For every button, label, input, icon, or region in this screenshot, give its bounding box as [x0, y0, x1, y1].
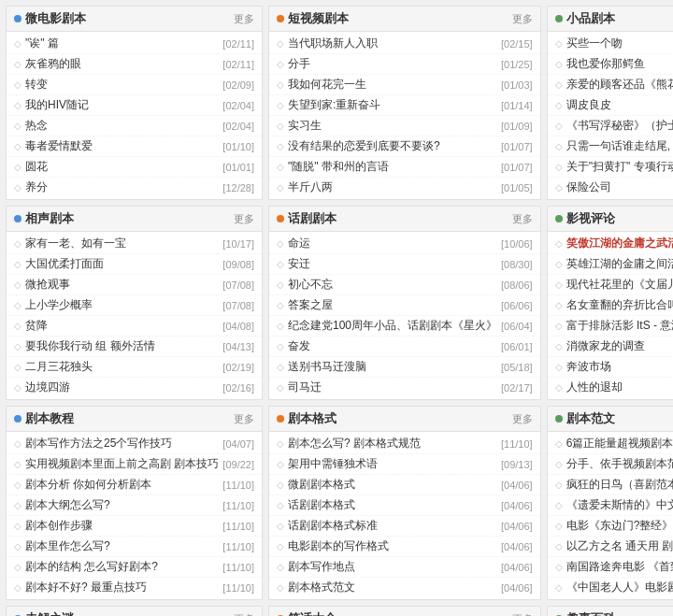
list-item[interactable]: ◇《书写浮秘密》（护士敬业军人小品）[12/16]: [548, 116, 673, 136]
item-link[interactable]: 纪念建党100周年小品、话剧剧本《星火》: [288, 319, 497, 332]
item-link[interactable]: 微剧剧本格式: [288, 478, 355, 491]
list-item[interactable]: ◇半斤八两[01/05]: [269, 178, 540, 197]
list-item[interactable]: ◇送别书马迁溲脑[05/18]: [269, 357, 540, 378]
more-link-comic-dialogue[interactable]: 更多: [234, 212, 254, 226]
item-link[interactable]: 灰雀鸦的眼: [25, 57, 81, 70]
list-item[interactable]: ◇保险公司[10/17]: [548, 178, 673, 197]
list-item[interactable]: ◇毒者爱情默爱[01/10]: [7, 136, 262, 157]
list-item[interactable]: ◇没有结果的恋爱到底要不要谈?[01/07]: [269, 136, 540, 157]
item-link[interactable]: 微抢观事: [25, 278, 70, 291]
list-item[interactable]: ◇我如何花完一生[01/03]: [269, 75, 540, 95]
item-link[interactable]: 命运: [288, 236, 310, 250]
list-item[interactable]: ◇买些一个吻[01/27]: [548, 34, 673, 54]
list-item[interactable]: ◇剧本分析 你如何分析剧本[11/10]: [7, 475, 262, 495]
item-link[interactable]: 保险公司: [566, 180, 611, 193]
item-link[interactable]: 人性的退却: [566, 380, 623, 394]
item-link[interactable]: 《中国老人人》电影剧本: [566, 580, 673, 594]
item-link[interactable]: 话剧剧本格式: [288, 498, 355, 511]
list-item[interactable]: ◇只需一句话谁走结尾, 不同去初演变版[11/01]: [548, 136, 673, 157]
list-item[interactable]: ◇剧本大纲怎么写?[11/10]: [7, 495, 262, 516]
item-link[interactable]: 富于排脉活影 ItS - 意淡脸效应: [566, 319, 673, 332]
item-link[interactable]: 我的HIV随记: [25, 98, 89, 111]
list-item[interactable]: ◇调皮良皮[12/16]: [548, 95, 673, 116]
list-item[interactable]: ◇剧本的结构 怎么写好剧本?[11/10]: [7, 557, 262, 578]
item-link[interactable]: 半斤八两: [288, 180, 333, 193]
item-link[interactable]: 名女童翻的弃折比合叫?: [566, 298, 673, 311]
item-link[interactable]: 剧本好不好? 最重点技巧: [25, 580, 147, 594]
list-item[interactable]: ◇家有一老、如有一宝[10/17]: [7, 234, 262, 254]
item-link[interactable]: 司马迁: [288, 380, 322, 394]
item-link[interactable]: 转变: [25, 78, 48, 91]
item-link[interactable]: 奋发: [288, 339, 310, 352]
item-link[interactable]: 失望到家:重新奋斗: [288, 98, 380, 111]
list-item[interactable]: ◇实用视频剧本里面上前之高剧 剧本技巧[09/22]: [7, 454, 262, 475]
item-link[interactable]: 亲爱的顾客还品《熊花嫂上门》: [566, 78, 673, 91]
item-link[interactable]: 英雄江湖的金庸之间活缘份与英雄: [566, 257, 673, 270]
item-link[interactable]: 剧本分析 你如何分析剧本: [25, 478, 151, 491]
item-link[interactable]: 二月三花独头: [25, 360, 93, 373]
item-link[interactable]: 贫降: [25, 319, 48, 332]
list-item[interactable]: ◇司马迁[02/17]: [269, 378, 540, 397]
list-item[interactable]: ◇人性的退却[09/30]: [548, 378, 673, 397]
item-link[interactable]: "随脱" 带和州的言语: [288, 160, 389, 173]
more-link-short-video[interactable]: 更多: [512, 12, 533, 26]
item-link[interactable]: 以乙方之名 通天用 剧本: [566, 539, 673, 552]
list-item[interactable]: ◇"随脱" 带和州的言语[01/07]: [269, 157, 540, 178]
item-link[interactable]: 《书写浮秘密》（护士敬业军人小品）: [566, 119, 673, 132]
list-item[interactable]: ◇剧本里作怎么写?[11/10]: [7, 537, 262, 557]
item-link[interactable]: 安迁: [288, 257, 310, 270]
list-item[interactable]: ◇我也爱你那鳄鱼[12/28]: [548, 54, 673, 75]
more-link-script-tutorial[interactable]: 更多: [234, 412, 254, 426]
item-link[interactable]: 南国路途奔电影 《首致之主》剧本: [566, 560, 673, 573]
item-link[interactable]: 调皮良皮: [566, 98, 611, 111]
item-link[interactable]: 家有一老、如有一宝: [25, 236, 126, 250]
list-item[interactable]: ◇分手、依手视频剧本范文10篇[09/22]: [548, 454, 673, 475]
item-link[interactable]: 当代职场新人入职: [288, 36, 378, 50]
list-item[interactable]: ◇剧本写作方法之25个写作技巧[04/07]: [7, 434, 262, 454]
item-link[interactable]: 上小学少概率: [25, 298, 93, 311]
item-link[interactable]: 毒者爱情默爱: [25, 139, 93, 152]
item-link[interactable]: 答案之屋: [288, 298, 333, 311]
more-link-jokes[interactable]: 更多: [512, 612, 533, 617]
list-item[interactable]: ◇电影《东边门?整经》剧本完整版[03/10]: [548, 516, 673, 537]
list-item[interactable]: ◇要我你我行动 组 额外活情[04/13]: [7, 337, 262, 357]
list-item[interactable]: ◇分手[01/25]: [269, 54, 540, 75]
list-item[interactable]: ◇答案之屋[06/06]: [269, 295, 540, 316]
item-link[interactable]: 现代社花里的《文届儿女》深浅层面的影空: [566, 278, 673, 291]
list-item[interactable]: ◇剧本创作步骤[11/10]: [7, 516, 262, 537]
list-item[interactable]: ◇笑傲江湖的金庸之武活缘份与追男[12/28]: [548, 234, 673, 254]
list-item[interactable]: ◇关于"扫黄打" 专项行动的小品[10/28]: [548, 157, 673, 178]
list-item[interactable]: ◇奔波市场[11/28]: [548, 357, 673, 378]
item-link[interactable]: 剧本的结构 怎么写好剧本?: [25, 560, 158, 573]
item-link[interactable]: 我如何花完一生: [288, 78, 366, 91]
list-item[interactable]: ◇圆花[01/01]: [7, 157, 262, 178]
list-item[interactable]: ◇热念[02/04]: [7, 116, 262, 136]
item-link[interactable]: 消微家龙的调查: [566, 339, 645, 352]
list-item[interactable]: ◇微抢观事[07/08]: [7, 275, 262, 295]
item-link[interactable]: 边境四游: [25, 380, 70, 394]
list-item[interactable]: ◇话剧剧本格式标准[04/06]: [269, 516, 540, 537]
list-item[interactable]: ◇南国路途奔电影 《首致之主》剧本[02/23]: [548, 557, 673, 578]
list-item[interactable]: ◇二月三花独头[02/19]: [7, 357, 262, 378]
item-link[interactable]: 架用中需锤独术语: [288, 457, 378, 470]
item-link[interactable]: 6篇正能量超视频剧本范文: [566, 437, 673, 450]
item-link[interactable]: 分手: [288, 57, 310, 70]
item-link[interactable]: 剧本写作地点: [288, 560, 355, 573]
list-item[interactable]: ◇贫降[04/08]: [7, 316, 262, 337]
item-link[interactable]: 剧本大纲怎么写?: [25, 498, 110, 511]
list-item[interactable]: ◇富于排脉活影 ItS - 意淡脸效应[11/30]: [548, 316, 673, 337]
item-link[interactable]: 话剧剧本格式标准: [288, 519, 378, 532]
item-link[interactable]: 剧本怎么写? 剧本格式规范: [288, 437, 421, 450]
item-link[interactable]: 分手、依手视频剧本范文10篇: [566, 457, 673, 470]
list-item[interactable]: ◇疯狂的日鸟（喜剧范本）[05/06]: [548, 475, 673, 495]
list-item[interactable]: ◇架用中需锤独术语[09/13]: [269, 454, 540, 475]
list-item[interactable]: ◇命运[10/06]: [269, 234, 540, 254]
more-link-micro-movie[interactable]: 更多: [234, 12, 254, 26]
item-link[interactable]: 电影《东边门?整经》剧本完整版: [566, 519, 673, 532]
list-item[interactable]: ◇现代社花里的《文届儿女》深浅层面的影空[12/05]: [548, 275, 673, 295]
item-link[interactable]: 剧本写作方法之25个写作技巧: [25, 437, 172, 450]
item-link[interactable]: 《遗爱未斯情的》中文剧本: [566, 498, 673, 511]
list-item[interactable]: ◇微剧剧本格式[04/06]: [269, 475, 540, 495]
list-item[interactable]: ◇剧本写作地点[04/06]: [269, 557, 540, 578]
item-link[interactable]: 只需一句话谁走结尾, 不同去初演变版: [566, 139, 673, 152]
